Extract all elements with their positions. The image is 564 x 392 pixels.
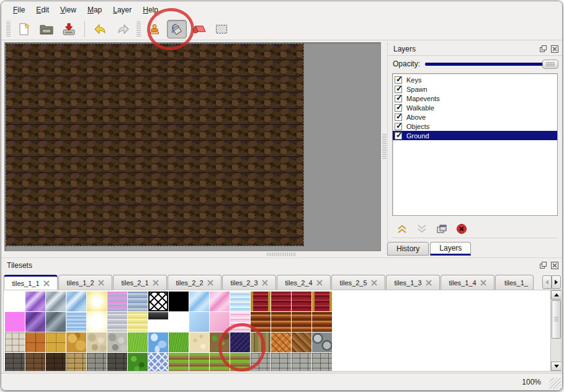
tileset-tab-tiles_1[interactable]: tiles_1_ xyxy=(495,275,534,290)
tile-curtain-orange[interactable] xyxy=(312,312,332,332)
scroll-tabs-right-button[interactable] xyxy=(552,275,561,289)
tile-grass-deep[interactable] xyxy=(169,332,189,352)
vertical-splitter[interactable] xyxy=(382,42,387,251)
layer-visibility-checkbox[interactable]: ✓ xyxy=(395,76,402,84)
tileset-tab-tiles_2_1[interactable]: tiles_2_1 xyxy=(113,275,167,290)
redo-button[interactable] xyxy=(113,20,133,38)
tile-pebbles-gray[interactable] xyxy=(107,332,127,352)
splitter-grip[interactable] xyxy=(267,252,295,256)
tile-lattice[interactable] xyxy=(148,292,168,311)
raise-layer-button[interactable] xyxy=(396,223,408,235)
float-panel-icon[interactable] xyxy=(539,261,548,270)
tileset-tab-tiles_1_4[interactable]: tiles_1_4 xyxy=(441,275,495,290)
toolbar-drag-handle[interactable] xyxy=(137,21,141,37)
layer-row-spawn[interactable]: ✓Spawn xyxy=(393,84,557,94)
tile-wall-tan[interactable] xyxy=(66,353,86,372)
tile-stripes-gray[interactable] xyxy=(107,312,127,332)
dock-tab-history[interactable]: History xyxy=(387,242,429,256)
tileset-tab-tiles_2_5[interactable]: tiles_2_5 xyxy=(331,275,385,290)
tab-close-icon[interactable] xyxy=(371,280,377,286)
scroll-down-button[interactable] xyxy=(551,362,562,371)
layer-row-ground[interactable]: ✓Ground xyxy=(393,131,557,140)
map-canvas[interactable] xyxy=(6,44,303,246)
tile-glow-yellow[interactable] xyxy=(87,292,107,311)
tileset-tab-tiles_2_2[interactable]: tiles_2_2 xyxy=(168,275,222,290)
tile-glass-blue2[interactable] xyxy=(189,292,209,311)
tile-path-grass[interactable] xyxy=(189,353,209,372)
opacity-slider[interactable] xyxy=(425,59,558,69)
tile-wall-darkbrown[interactable] xyxy=(46,353,66,372)
tile-sand[interactable] xyxy=(189,332,209,352)
tile-water[interactable] xyxy=(148,332,168,352)
close-panel-icon[interactable] xyxy=(550,45,560,53)
delete-layer-button[interactable] xyxy=(455,223,468,235)
tile-glass-gray-dark[interactable] xyxy=(46,312,66,332)
tab-close-icon[interactable] xyxy=(262,280,268,286)
tile-tiles-orange[interactable] xyxy=(25,332,45,352)
menu-item-view[interactable]: View xyxy=(55,3,82,17)
horizontal-splitter[interactable] xyxy=(1,251,387,257)
rect-select-tool-button[interactable] xyxy=(212,20,231,38)
layer-visibility-checkbox[interactable]: ✓ xyxy=(395,114,402,121)
dock-tab-layers[interactable]: Layers xyxy=(430,242,471,256)
tile-wall-darkbrick[interactable] xyxy=(107,353,127,372)
tile-stripes-blue[interactable] xyxy=(128,292,148,311)
tab-close-icon[interactable] xyxy=(480,280,486,286)
tab-close-icon[interactable] xyxy=(426,280,432,286)
resize-grip[interactable] xyxy=(550,378,561,389)
tile-stripes-yellow[interactable] xyxy=(128,312,148,332)
layer-row-above[interactable]: ✓Above xyxy=(393,112,557,122)
map-viewport[interactable] xyxy=(4,42,381,251)
layer-visibility-checkbox[interactable]: ✓ xyxy=(395,123,402,130)
layer-row-walkable[interactable]: ✓Walkable xyxy=(393,103,557,112)
tile-glass-pink2[interactable] xyxy=(210,292,230,311)
close-panel-icon[interactable] xyxy=(550,261,560,270)
layer-visibility-checkbox[interactable]: ✓ xyxy=(395,132,402,140)
tile-weave[interactable] xyxy=(271,332,291,352)
tile-water-tex[interactable] xyxy=(66,312,86,332)
tile-wall-graybrick[interactable] xyxy=(271,353,291,372)
tile-wave-blue[interactable] xyxy=(230,292,250,311)
tile-stone-white[interactable] xyxy=(5,332,25,352)
tile-curtain-red[interactable] xyxy=(292,292,311,311)
tile-glass-purple[interactable] xyxy=(25,292,45,311)
tile-path-grass[interactable] xyxy=(169,353,189,372)
tile-black[interactable] xyxy=(169,292,189,311)
tile-wall-graybrick[interactable] xyxy=(312,353,332,372)
tile-wall-darkgray[interactable] xyxy=(5,353,25,372)
open-file-button[interactable] xyxy=(37,20,56,38)
tileset-tab-tiles_1_1[interactable]: tiles_1_1 xyxy=(4,275,58,290)
layer-visibility-checkbox[interactable]: ✓ xyxy=(395,104,402,112)
tile-curtain-red[interactable] xyxy=(271,292,291,311)
layer-row-keys[interactable]: ✓Keys xyxy=(393,75,557,84)
tile-curtain-orange[interactable] xyxy=(292,312,311,332)
layer-visibility-checkbox[interactable]: ✓ xyxy=(395,86,402,93)
tab-close-icon[interactable] xyxy=(43,280,50,287)
tile-metal-plate[interactable] xyxy=(148,312,168,319)
toolbar-drag-handle[interactable] xyxy=(6,21,11,37)
tileset-tab-tiles_2_4[interactable]: tiles_2_4 xyxy=(277,275,331,290)
menu-item-map[interactable]: Map xyxy=(82,3,107,17)
tile-glow-pale[interactable] xyxy=(87,312,107,332)
tile-stripes-pink[interactable] xyxy=(107,292,127,311)
tile-wall-brown[interactable] xyxy=(25,353,45,372)
tile-glass-gray[interactable] xyxy=(46,292,66,311)
tab-close-icon[interactable] xyxy=(207,280,213,286)
tile-tiles-gold[interactable] xyxy=(46,332,66,352)
tile-empty[interactable] xyxy=(169,312,189,332)
opacity-slider-thumb[interactable] xyxy=(542,60,558,69)
tile-curtain-red-edge[interactable] xyxy=(251,292,271,311)
tileset-tab-tiles_2_3[interactable]: tiles_2_3 xyxy=(222,275,276,290)
duplicate-layer-button[interactable] xyxy=(436,223,448,235)
tile-stone-gold[interactable] xyxy=(66,332,86,352)
tileset-tab-tiles_1_2[interactable]: tiles_1_2 xyxy=(58,275,112,290)
tab-close-icon[interactable] xyxy=(316,280,323,286)
layer-row-mapevents[interactable]: ✓Mapevents xyxy=(393,94,557,103)
scrollbar-thumb[interactable] xyxy=(552,300,561,339)
tile-herringbone[interactable] xyxy=(292,332,311,352)
tile-wall-graybrick[interactable] xyxy=(292,353,311,372)
tile-pebbles-beige[interactable] xyxy=(87,332,107,352)
scroll-up-button[interactable] xyxy=(551,290,562,300)
new-file-button[interactable] xyxy=(14,20,34,38)
scroll-tabs-left-button[interactable] xyxy=(542,275,552,289)
